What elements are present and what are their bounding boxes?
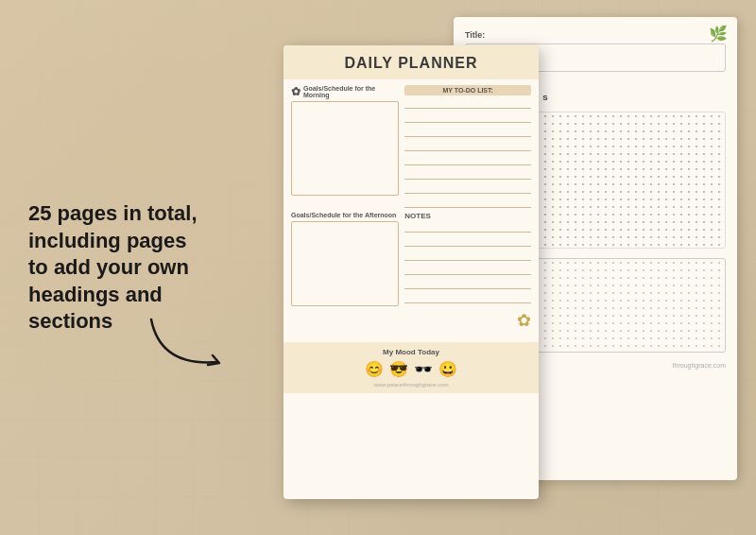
arrow-icon [142,310,255,376]
front-watermark: www.peacethroughgrace.com [291,382,531,388]
mood-emojis: 😊 😎 🕶️ 😀 [291,360,531,378]
todo-header: MY TO-DO LIST: [404,85,531,95]
todo-section: MY TO-DO LIST: [404,85,531,208]
notes-line [404,266,531,275]
back-title-label: Title: [465,30,726,40]
todo-line [404,198,531,208]
goals-morning-section: ✿ Goals/Schedule for the Morning [291,85,399,208]
notes-line [404,294,531,303]
notes-line [404,280,531,289]
planner-pages: 🌿 Title: Date: S M T W T F S throughgrac… [284,26,737,509]
todo-line [404,142,531,151]
mood-emoji-happy: 😊 [365,360,384,378]
todo-lines [404,99,531,208]
notes-line [404,223,531,233]
front-planner-page: DAILY PLANNER ✿ Goals/Schedule for the M… [284,45,539,499]
todo-line [404,99,531,109]
goals-morning-box [291,101,399,196]
mood-emoji-cool: 😎 [389,360,408,378]
mood-footer: My Mood Today 😊 😎 🕶️ 😀 www.peacethroughg… [284,342,539,393]
todo-line [404,113,531,123]
todo-line [404,156,531,165]
afternoon-row: Goals/Schedule for the Afternoon NOTES [291,212,531,306]
planner-header: DAILY PLANNER [284,45,539,79]
goals-afternoon-section: Goals/Schedule for the Afternoon [291,212,399,306]
morning-row: ✿ Goals/Schedule for the Morning MY TO-D… [291,85,531,208]
notes-label: NOTES [404,212,531,220]
mood-label: My Mood Today [291,348,531,356]
daisy-decoration: ✿ [291,310,531,331]
todo-line [404,184,531,194]
goals-afternoon-label: Goals/Schedule for the Afternoon [291,212,399,218]
todo-line [404,170,531,180]
todo-line [404,128,531,137]
daily-planner-title: DAILY PLANNER [295,55,527,72]
planner-body: ✿ Goals/Schedule for the Morning MY TO-D… [284,79,539,337]
notes-lines [404,223,531,303]
notes-lines-section: NOTES [404,212,531,306]
mood-emoji-grin: 😀 [438,360,457,378]
notes-line [404,237,531,247]
leaf-icon: 🌿 [709,25,728,43]
goals-morning-label: ✿ Goals/Schedule for the Morning [291,85,399,98]
flower-icon: ✿ [291,85,301,98]
notes-line [404,251,531,261]
goals-afternoon-box [291,221,399,306]
mood-emoji-sunglasses: 🕶️ [414,360,433,378]
